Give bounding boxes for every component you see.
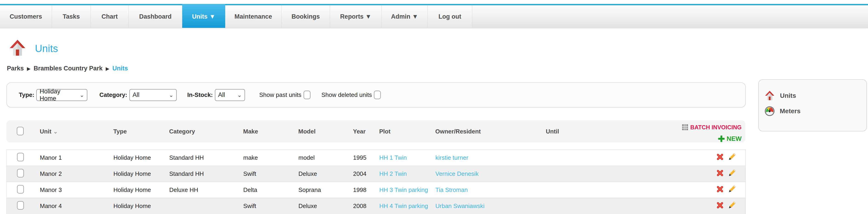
side-panel-meters-label: Meters: [780, 107, 800, 115]
model-cell: model: [292, 150, 347, 166]
column-header-model[interactable]: Model: [298, 128, 315, 135]
type-cell: Holiday Home: [107, 166, 163, 182]
category-cell: [163, 198, 237, 214]
instock-label: In-Stock:: [187, 91, 213, 99]
nav-tab-bookings[interactable]: Bookings: [281, 5, 330, 28]
new-unit-button[interactable]: NEW: [718, 134, 742, 143]
units-table-header: Unit⌄ Type Category Make Model Year Plot…: [6, 121, 745, 142]
pencil-icon: [728, 185, 736, 193]
select-all-checkbox[interactable]: [17, 127, 24, 135]
plot-link[interactable]: HH 3 Twin parking: [379, 186, 428, 193]
make-cell: Swift: [237, 166, 292, 182]
plot-link[interactable]: HH 4 Twin parking: [379, 203, 428, 209]
type-select[interactable]: Holiday Home ⌄: [36, 89, 87, 101]
nav-tab-maintenance[interactable]: Maintenance: [225, 5, 281, 28]
nav-tab-units[interactable]: Units ▼: [182, 4, 225, 28]
side-panel-item-units[interactable]: Units: [764, 90, 866, 101]
edit-button[interactable]: [728, 153, 736, 161]
breadcrumb-arrow-icon: ▶: [27, 65, 31, 71]
unit-cell: Manor 2: [34, 166, 107, 182]
type-cell: Holiday Home: [107, 198, 163, 214]
owner-link[interactable]: Vernice Denesik: [435, 170, 479, 177]
row-checkbox[interactable]: [17, 153, 24, 161]
side-panel-item-meters[interactable]: Meters: [764, 106, 866, 116]
column-header-plot[interactable]: Plot: [379, 128, 391, 135]
nav-tab-dashboard[interactable]: Dashboard: [129, 5, 182, 28]
type-label: Type:: [19, 91, 34, 99]
owner-link[interactable]: kirstie turner: [435, 154, 468, 161]
instock-select-value: All: [218, 91, 225, 99]
make-cell: make: [237, 150, 292, 166]
nav-tab-customers[interactable]: Customers: [0, 5, 52, 28]
year-cell: 1998: [347, 182, 373, 198]
unit-cell: Manor 3: [34, 182, 107, 198]
breadcrumb-item-park[interactable]: Brambles Country Park: [34, 65, 102, 72]
column-header-make[interactable]: Make: [243, 128, 258, 135]
column-header-owner-resident[interactable]: Owner/Resident: [435, 128, 481, 135]
breadcrumb-item-parks[interactable]: Parks: [7, 65, 24, 72]
new-unit-label: NEW: [727, 134, 742, 143]
column-header-year[interactable]: Year: [353, 128, 366, 135]
category-select-value: All: [133, 91, 140, 99]
until-cell: [539, 182, 667, 198]
gauge-icon: [765, 106, 775, 116]
nav-tab-admin[interactable]: Admin ▼: [382, 5, 428, 28]
model-cell: Deluxe: [292, 198, 347, 214]
chevron-down-icon: ⌄: [80, 92, 84, 98]
pencil-icon: [728, 169, 736, 177]
home-icon: [764, 90, 775, 101]
edit-button[interactable]: [728, 202, 736, 209]
delete-button[interactable]: [716, 169, 724, 177]
category-cell: Standard HH: [163, 150, 237, 166]
type-cell: Holiday Home: [107, 182, 163, 198]
model-cell: Soprana: [292, 182, 347, 198]
units-table-body: Manor 1 Holiday Home Standard HH make mo…: [6, 150, 745, 214]
home-icon: [8, 39, 26, 57]
table-row: Manor 1 Holiday Home Standard HH make mo…: [7, 150, 745, 166]
delete-button[interactable]: [716, 153, 724, 161]
row-checkbox[interactable]: [17, 169, 24, 178]
nav-tab-tasks[interactable]: Tasks: [52, 5, 91, 28]
page-title: Units: [35, 43, 58, 54]
row-checkbox[interactable]: [17, 185, 24, 193]
column-header-until[interactable]: Until: [546, 128, 559, 135]
year-cell: 2008: [347, 198, 373, 214]
category-select[interactable]: All ⌄: [129, 89, 177, 101]
top-navigation: Customers Tasks Chart Dashboard Units ▼ …: [0, 0, 868, 28]
type-cell: Holiday Home: [107, 150, 163, 166]
until-cell: [539, 166, 667, 182]
table-header-actions: BATCH INVOICING NEW: [682, 123, 742, 146]
delete-x-icon: [716, 202, 724, 209]
delete-x-icon: [716, 153, 724, 161]
table-row: Manor 3 Holiday Home Deluxe HH Delta Sop…: [7, 182, 745, 198]
category-cell: Standard HH: [163, 166, 237, 182]
plot-link[interactable]: HH 2 Twin: [379, 170, 407, 177]
make-cell: Swift: [237, 198, 292, 214]
nav-tab-bar: Customers Tasks Chart Dashboard Units ▼ …: [0, 5, 868, 28]
breadcrumb-arrow-icon: ▶: [106, 65, 109, 71]
column-header-type[interactable]: Type: [113, 128, 127, 135]
chevron-down-icon: ⌄: [169, 92, 174, 98]
nav-tab-logout[interactable]: Log out: [428, 5, 472, 28]
batch-invoicing-button[interactable]: BATCH INVOICING: [682, 123, 742, 132]
filter-bar: Type: Holiday Home ⌄ Category: All ⌄ In-…: [6, 82, 746, 107]
column-header-category[interactable]: Category: [169, 128, 195, 135]
edit-button[interactable]: [728, 185, 736, 193]
nav-tab-reports[interactable]: Reports ▼: [330, 5, 382, 28]
show-past-units-checkbox[interactable]: [304, 91, 310, 99]
owner-link[interactable]: Urban Swaniawski: [435, 203, 485, 209]
edit-button[interactable]: [728, 169, 736, 177]
type-select-value: Holiday Home: [39, 88, 77, 102]
column-header-unit[interactable]: Unit: [40, 128, 52, 135]
owner-link[interactable]: Tia Stroman: [435, 186, 468, 193]
plot-link[interactable]: HH 1 Twin: [379, 154, 407, 161]
row-checkbox[interactable]: [17, 201, 24, 210]
instock-select[interactable]: All ⌄: [215, 89, 245, 101]
delete-x-icon: [716, 169, 724, 177]
delete-button[interactable]: [716, 202, 724, 209]
nav-tab-chart[interactable]: Chart: [91, 5, 129, 28]
delete-button[interactable]: [716, 185, 724, 193]
pencil-icon: [728, 202, 736, 209]
unit-cell: Manor 4: [34, 198, 107, 214]
show-deleted-units-checkbox[interactable]: [374, 91, 381, 99]
